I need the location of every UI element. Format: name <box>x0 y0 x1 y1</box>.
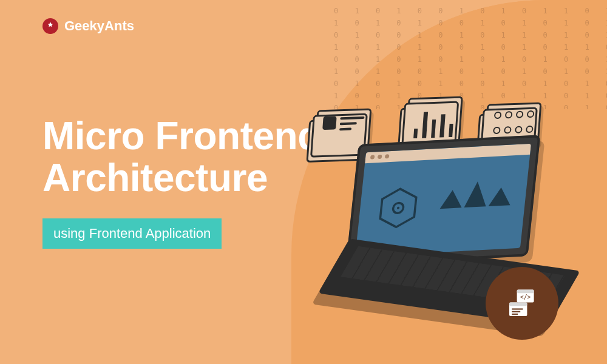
hero-banner: 0 1 0 1 0 0 1 0 1 0 1 1 0 1 0 1 0 0 1 1 … <box>0 0 607 364</box>
laptop-illustration: </> <box>322 115 577 334</box>
svg-rect-10 <box>512 314 518 315</box>
brand-name: GeekyAnts <box>64 18 134 34</box>
code-windows-badge-icon: </> <box>486 267 558 340</box>
brand-logo-mark-icon <box>42 18 58 34</box>
svg-rect-7 <box>509 303 527 306</box>
title-line-1: Micro Frontend <box>42 114 321 158</box>
binary-pattern: 0 1 0 1 0 0 1 0 1 0 1 1 0 1 0 1 0 0 1 1 … <box>328 0 607 109</box>
triangles-icon <box>440 169 517 209</box>
svg-rect-4 <box>517 290 534 294</box>
brand-logo: GeekyAnts <box>42 18 134 34</box>
laptop-screen <box>355 144 531 257</box>
title-line-2: Architecture <box>42 156 268 200</box>
svg-rect-8 <box>512 308 523 309</box>
svg-text:</>: </> <box>520 294 531 300</box>
svg-rect-9 <box>512 311 520 312</box>
page-title: Micro Frontend Architecture <box>42 115 321 199</box>
subtitle-text: using Frontend Application <box>53 226 211 241</box>
svg-point-2 <box>397 207 400 209</box>
subtitle-pill: using Frontend Application <box>42 218 222 249</box>
hexagon-icon <box>375 186 421 231</box>
